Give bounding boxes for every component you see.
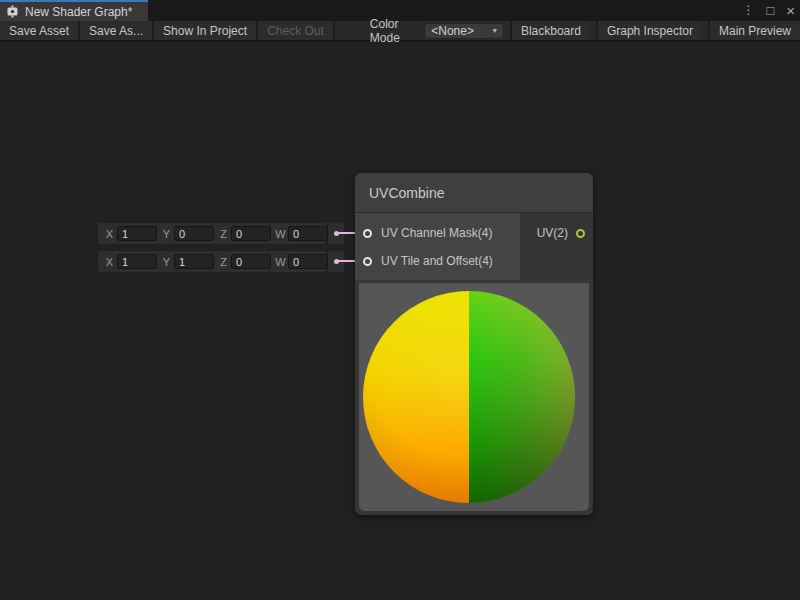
vector-z-field[interactable] <box>231 226 271 241</box>
save-as-button[interactable]: Save As... <box>80 21 154 40</box>
blackboard-toggle-button[interactable]: Blackboard <box>510 21 590 40</box>
graph-toolbar: Save Asset Save As... Show In Project Ch… <box>0 21 800 42</box>
vector-y-field[interactable] <box>174 226 214 241</box>
vector-x-field[interactable] <box>117 226 157 241</box>
input-port-icon[interactable] <box>363 229 372 238</box>
graph-canvas[interactable]: X Y Z W X Y Z W <box>0 42 800 600</box>
window-menu-icon[interactable]: ⋮ <box>742 0 754 21</box>
maximize-icon[interactable]: □ <box>766 0 774 21</box>
node-input-panel: UV Channel Mask(4) UV Tile and Offset(4) <box>355 213 520 280</box>
vector4-input-row-1: X Y Z W <box>98 223 326 244</box>
close-icon[interactable]: × <box>786 0 795 21</box>
node-title: UVCombine <box>369 185 444 201</box>
node-body: UV Channel Mask(4) UV Tile and Offset(4)… <box>355 213 593 280</box>
color-mode-dropdown[interactable]: <None> ▾ <box>424 23 504 39</box>
vector-z-field[interactable] <box>231 254 271 269</box>
sphere-uv-left-half <box>363 291 469 503</box>
vector4-input-row-2: X Y Z W <box>98 251 326 272</box>
component-label-z: Z <box>217 228 230 240</box>
chevron-down-icon: ▾ <box>493 26 497 35</box>
output-port-row: UV(2) <box>537 219 585 247</box>
shader-graph-asset-icon <box>6 5 19 18</box>
input-port-row-2: UV Tile and Offset(4) <box>355 247 520 275</box>
component-label-z: Z <box>217 256 230 268</box>
preview-sphere <box>363 291 575 503</box>
color-mode-value: <None> <box>431 24 474 38</box>
vector-y-field[interactable] <box>174 254 214 269</box>
graph-inspector-toggle-button[interactable]: Graph Inspector <box>596 21 702 40</box>
shader-graph-window: New Shader Graph* ⋮ □ × Save Asset Save … <box>0 0 800 600</box>
component-label-w: W <box>274 228 287 240</box>
input-port-icon[interactable] <box>363 257 372 266</box>
component-label-x: X <box>103 228 116 240</box>
color-mode-label: Color Mode <box>363 21 424 40</box>
input-port-label: UV Tile and Offset(4) <box>381 254 493 268</box>
window-controls: ⋮ □ × <box>742 0 795 21</box>
vector-w-field[interactable] <box>288 254 328 269</box>
component-label-w: W <box>274 256 287 268</box>
output-port-icon[interactable] <box>576 229 585 238</box>
toolbar-right-group: Blackboard Graph Inspector Main Preview <box>504 21 800 40</box>
tab-new-shader-graph[interactable]: New Shader Graph* <box>0 0 148 21</box>
component-label-y: Y <box>160 228 173 240</box>
tab-title: New Shader Graph* <box>25 5 132 19</box>
show-in-project-button[interactable]: Show In Project <box>154 21 258 40</box>
output-port-label: UV(2) <box>537 226 568 240</box>
sphere-uv-right-half <box>469 291 575 503</box>
main-preview-toggle-button[interactable]: Main Preview <box>708 21 800 40</box>
node-preview-area <box>359 283 589 511</box>
input-port-label: UV Channel Mask(4) <box>381 226 492 240</box>
vector-w-field[interactable] <box>288 226 328 241</box>
check-out-button: Check Out <box>258 21 335 40</box>
component-label-x: X <box>103 256 116 268</box>
node-uvcombine[interactable]: UVCombine UV Channel Mask(4) UV Tile and… <box>355 173 593 515</box>
node-title-bar[interactable]: UVCombine <box>355 173 593 213</box>
vector-x-field[interactable] <box>117 254 157 269</box>
input-port-row-1: UV Channel Mask(4) <box>355 219 520 247</box>
save-asset-button[interactable]: Save Asset <box>0 21 80 40</box>
component-label-y: Y <box>160 256 173 268</box>
